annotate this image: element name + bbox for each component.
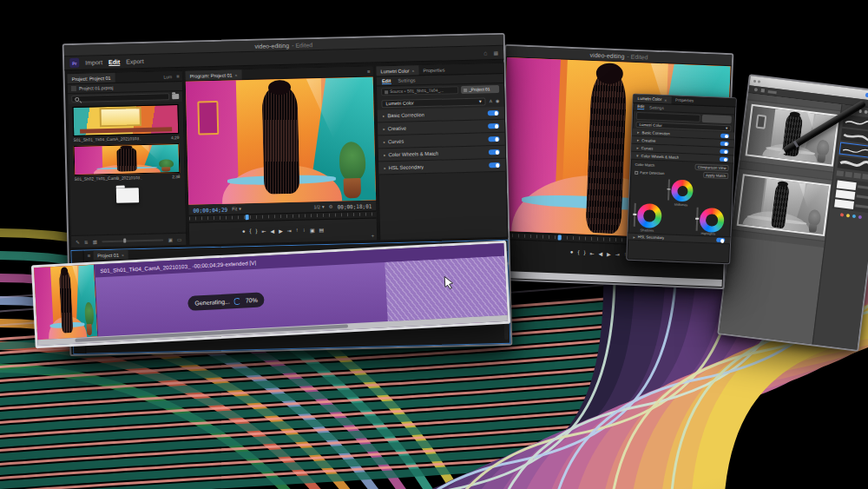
- mark-in-button[interactable]: {: [249, 228, 251, 234]
- comparison-view-button[interactable]: Comparison View: [695, 164, 729, 172]
- add-marker-button[interactable]: ●: [242, 228, 246, 234]
- tool-icon[interactable]: [768, 89, 777, 93]
- mark-out-button[interactable]: }: [583, 250, 585, 255]
- color-swatch[interactable]: [858, 215, 862, 218]
- tab-lumetri-color[interactable]: Lumetri Color×: [633, 95, 671, 104]
- playhead[interactable]: [558, 235, 562, 240]
- tool-icon[interactable]: [761, 89, 765, 92]
- mode-settings[interactable]: Settings: [649, 105, 664, 110]
- auto-icon[interactable]: A: [490, 98, 492, 103]
- mode-edit[interactable]: Edit: [382, 78, 391, 84]
- close-icon[interactable]: ×: [234, 72, 237, 77]
- toggle-color-wheels[interactable]: [489, 149, 500, 155]
- new-bin-icon[interactable]: [172, 94, 179, 99]
- tab-lumetri-color[interactable]: Lumetri Color×: [376, 65, 418, 76]
- delete-bin-icon[interactable]: ▭: [177, 236, 181, 241]
- tool-icon[interactable]: [754, 88, 758, 91]
- fit-dropdown[interactable]: Fit▾: [232, 206, 241, 211]
- thumbnail-view-icon[interactable]: ▦: [93, 239, 97, 244]
- close-icon[interactable]: ×: [122, 252, 124, 257]
- brush-size-icon[interactable]: [864, 110, 867, 114]
- mode-settings[interactable]: Settings: [398, 77, 415, 83]
- export-frame-button[interactable]: ▣: [310, 227, 315, 233]
- storyboard-frame[interactable]: [737, 174, 832, 236]
- add-button[interactable]: +: [372, 234, 375, 239]
- highlights-wheel[interactable]: [700, 208, 725, 233]
- shadows-slider[interactable]: [634, 203, 636, 227]
- project-item[interactable]: S01_Sh01_Tk04_CamA_20210103_ 4;29: [72, 104, 179, 143]
- project-chip[interactable]: _Project 01: [461, 85, 499, 94]
- layer-thumb[interactable]: [835, 189, 855, 200]
- panel-icon[interactable]: [853, 172, 861, 178]
- workspace-icon[interactable]: ▦: [493, 50, 498, 56]
- go-to-in-button[interactable]: ⇤: [261, 228, 266, 234]
- toggle-curves[interactable]: [720, 149, 728, 153]
- grid-view-icon[interactable]: [71, 86, 76, 91]
- menu-import[interactable]: Import: [85, 59, 102, 65]
- tab-properties[interactable]: Properties: [418, 64, 449, 75]
- close-icon[interactable]: ×: [411, 68, 414, 73]
- resolution-dropdown[interactable]: 1/2▾: [313, 204, 324, 209]
- play-button[interactable]: ▶: [279, 228, 283, 234]
- face-detection-checkbox[interactable]: Face Detection: [635, 170, 664, 175]
- color-swatch[interactable]: [840, 213, 844, 216]
- panel-menu-icon[interactable]: ≡: [365, 69, 373, 74]
- new-item-icon[interactable]: ▣: [168, 237, 173, 242]
- storyboard-frame[interactable]: [746, 104, 840, 167]
- color-swatch[interactable]: [846, 214, 850, 217]
- panel-menu-icon[interactable]: ≡: [85, 253, 94, 258]
- comparison-view-button[interactable]: ▤: [319, 226, 324, 232]
- settings-wrench-icon[interactable]: ⚙: [329, 204, 333, 209]
- folder-icon[interactable]: [116, 188, 139, 203]
- brush-preset[interactable]: [838, 155, 868, 172]
- panel-icon[interactable]: [837, 170, 845, 176]
- play-button[interactable]: ▶: [607, 250, 611, 256]
- toggle-color-wheels[interactable]: [720, 156, 728, 161]
- source-clip-chip[interactable]: Source • S01_Sh01_Tk04_...: [381, 86, 458, 96]
- midtones-slider[interactable]: [667, 179, 670, 200]
- tab-timeline[interactable]: Project 01×: [93, 249, 128, 260]
- lift-button[interactable]: ↑: [296, 228, 299, 233]
- panel-icon[interactable]: [862, 173, 868, 179]
- panel-icon[interactable]: [845, 171, 852, 177]
- home-icon[interactable]: ⌂: [483, 50, 487, 56]
- toggle-creative[interactable]: [488, 123, 499, 129]
- go-to-in-button[interactable]: ⇤: [589, 249, 594, 255]
- mark-out-button[interactable]: }: [255, 228, 257, 234]
- highlights-slider[interactable]: [696, 208, 699, 231]
- step-back-button[interactable]: ◀: [270, 228, 274, 234]
- apply-match-button[interactable]: Apply Match: [703, 172, 728, 179]
- project-item[interactable]: S01_Sh02_Tk01_CamB_20210103_ 2;38: [74, 143, 181, 182]
- extract-button[interactable]: ↓: [303, 228, 306, 233]
- menu-export[interactable]: Export: [126, 58, 143, 64]
- tab-project[interactable]: Project: Project 01: [68, 73, 115, 83]
- layer-thumb[interactable]: [834, 199, 854, 209]
- playhead[interactable]: [245, 215, 248, 220]
- toggle-hsl-secondary[interactable]: [716, 238, 725, 242]
- panel-menu-icon[interactable]: ≡: [174, 73, 182, 78]
- zoom-slider[interactable]: [102, 239, 164, 242]
- toggle-curves[interactable]: [488, 136, 499, 142]
- toggle-creative[interactable]: [720, 141, 729, 145]
- preset-dropdown[interactable]: Lumetri Color▾: [381, 97, 485, 108]
- tab-properties[interactable]: Properties: [671, 96, 698, 104]
- menu-edit[interactable]: Edit: [108, 58, 120, 65]
- close-icon[interactable]: ×: [664, 97, 667, 102]
- project-chip[interactable]: [702, 114, 732, 122]
- current-timecode[interactable]: 00;00;04;29: [193, 206, 227, 213]
- search-input[interactable]: [71, 93, 169, 102]
- mark-in-button[interactable]: {: [577, 249, 579, 254]
- mode-edit[interactable]: Edit: [637, 104, 644, 109]
- eye-icon[interactable]: ◉: [496, 98, 500, 103]
- edit-pencil-icon[interactable]: ✎: [76, 239, 80, 244]
- tab-program[interactable]: Program: Project 01×: [185, 69, 241, 81]
- go-to-out-button[interactable]: ⇥: [287, 227, 292, 233]
- midtones-wheel[interactable]: [671, 180, 694, 202]
- tab-truncated[interactable]: Lum: [161, 74, 174, 79]
- toggle-basic-correction[interactable]: [488, 110, 499, 116]
- toggle-hsl-secondary[interactable]: [489, 162, 500, 168]
- color-swatch[interactable]: [852, 214, 856, 217]
- layer-thumb[interactable]: [837, 180, 857, 190]
- list-view-icon[interactable]: ≣: [84, 239, 89, 244]
- step-back-button[interactable]: ◀: [598, 250, 602, 256]
